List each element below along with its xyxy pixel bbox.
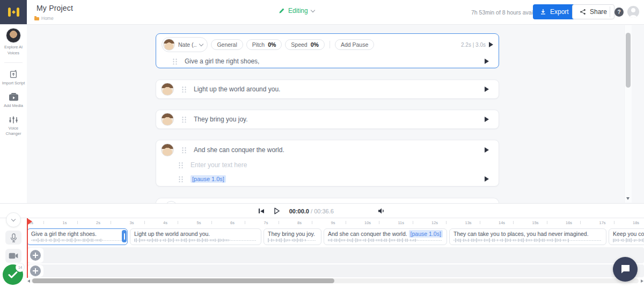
ruler-tick — [312, 221, 312, 224]
record-voice-button[interactable] — [5, 231, 21, 245]
ruler-tick — [379, 221, 379, 224]
play-block-icon[interactable] — [489, 42, 493, 47]
collapse-timeline-button[interactable] — [6, 212, 21, 227]
add-media-icon — [9, 93, 19, 102]
sidebar-item-add-media[interactable]: Add Media — [0, 93, 27, 109]
editor-scrollbar[interactable] — [624, 25, 632, 203]
script-line-pause[interactable]: [pause 1.0s] — [156, 172, 499, 186]
breadcrumb-home[interactable]: Home — [41, 16, 54, 21]
add-clip-button[interactable] — [30, 250, 41, 261]
help-button[interactable]: ? — [614, 8, 624, 17]
scroll-right-icon[interactable] — [641, 279, 643, 283]
chevron-down-icon — [11, 217, 16, 221]
pause-tag: [pause 1.0s] — [409, 230, 443, 238]
sidebar-label: Voice Changer — [1, 126, 26, 138]
drag-handle-icon[interactable] — [178, 176, 183, 182]
script-block-partial[interactable] — [156, 198, 499, 203]
text-placeholder[interactable]: Enter your text here — [191, 161, 247, 169]
account-avatar[interactable] — [627, 6, 639, 18]
ruler-tick — [413, 221, 413, 224]
chevron-down-icon — [310, 8, 314, 12]
play-line-icon[interactable] — [485, 147, 489, 153]
mode-selector[interactable]: Editing — [279, 7, 314, 15]
add-clip-button[interactable] — [30, 266, 41, 276]
script-block[interactable]: And she can conquer the world. Enter you… — [156, 140, 499, 186]
voice-avatar — [161, 113, 174, 126]
share-button[interactable]: Share — [572, 4, 614, 19]
voice-selector[interactable]: Nate (.. — [162, 37, 208, 52]
script-text[interactable]: Give a girl the right shoes, — [185, 58, 259, 65]
check-icon — [8, 271, 18, 278]
ruler-tick — [77, 221, 78, 224]
timeline-clip[interactable]: They can take you to places, you had nev… — [449, 228, 606, 245]
timeline-ruler[interactable]: 0s1s2s3s4s5s6s7s8s9s10s11s12s13s14s15s16… — [27, 218, 644, 227]
script-text[interactable]: And she can conquer the world. — [194, 146, 284, 154]
breadcrumb[interactable]: Home — [34, 16, 54, 21]
scrollbar-thumb[interactable] — [32, 278, 334, 283]
timeline-clip[interactable]: Light up the world around you. — [130, 228, 261, 245]
timeline-clip[interactable]: Keep you comp — [609, 228, 644, 245]
timeline[interactable]: 0s1s2s3s4s5s6s7s8s9s10s11s12s13s14s15s16… — [27, 218, 644, 287]
timeline-clip[interactable]: And she can conquer the world. [pause 1.… — [324, 228, 447, 245]
script-block[interactable]: Light up the world around you. — [156, 80, 499, 99]
play-line-icon[interactable] — [485, 176, 489, 182]
clip-text: They can take you to places, you had nev… — [453, 230, 602, 238]
script-line-empty[interactable]: Enter your text here — [156, 158, 499, 172]
sidebar-item-explore-ai-voices[interactable]: Explore AI Voices — [0, 28, 27, 56]
share-icon — [580, 9, 586, 15]
voice-avatar — [161, 83, 174, 96]
track-header — [27, 265, 43, 277]
script-block-selected[interactable]: Nate (.. General Pitch0% Speed0% Add Pau… — [156, 33, 499, 68]
add-pause-button[interactable]: Add Pause — [335, 39, 374, 50]
scrollbar-thumb[interactable] — [626, 33, 631, 88]
script-line[interactable]: Give a girl the right shoes, — [156, 53, 499, 69]
app-logo-icon[interactable] — [0, 0, 27, 24]
scroll-left-icon[interactable] — [27, 279, 30, 283]
scroll-down-icon[interactable] — [626, 197, 630, 200]
script-text[interactable]: They bring you joy. — [194, 116, 248, 123]
script-block[interactable]: They bring you joy. — [156, 110, 499, 129]
ruler-label: 8s — [297, 220, 302, 225]
video-camera-icon — [9, 253, 18, 259]
clip-resize-handle[interactable] — [122, 230, 127, 242]
add-video-button[interactable] — [5, 249, 21, 263]
ruler-tick — [513, 221, 514, 224]
ruler-label: 16s — [566, 220, 572, 225]
play-line-icon[interactable] — [485, 87, 489, 92]
timeline-scrollbar[interactable] — [27, 278, 644, 284]
project-title[interactable]: My Project — [36, 4, 73, 12]
pitch-button[interactable]: Pitch0% — [246, 39, 282, 50]
left-sidebar: Explore AI Voices Import Script Add Medi… — [0, 24, 27, 203]
timeline-clip[interactable]: Give a girl the right shoes. — [27, 228, 128, 245]
speed-button[interactable]: Speed0% — [285, 39, 325, 50]
drag-handle-icon[interactable] — [181, 116, 186, 123]
pencil-icon — [279, 8, 285, 14]
ruler-tick — [547, 221, 547, 224]
microphone-icon — [10, 233, 17, 242]
export-button[interactable]: Export — [533, 4, 576, 19]
play-button[interactable] — [273, 207, 281, 215]
voice-track: Give a girl the right shoes. Light up th… — [27, 228, 644, 245]
drag-handle-icon[interactable] — [172, 58, 177, 64]
folder-icon — [34, 17, 39, 20]
drag-handle-icon[interactable] — [178, 162, 183, 168]
style-button[interactable]: General — [211, 39, 243, 50]
play-line-icon[interactable] — [485, 59, 489, 64]
script-text[interactable]: Light up the world around you. — [194, 85, 280, 93]
pause-tag[interactable]: [pause 1.0s] — [191, 175, 226, 183]
play-line-icon[interactable] — [485, 117, 489, 122]
playhead[interactable] — [27, 218, 28, 278]
drag-handle-icon[interactable] — [181, 86, 186, 92]
chat-widget-button[interactable] — [613, 257, 638, 282]
volume-icon[interactable] — [378, 207, 385, 214]
autosave-check-button[interactable]: 14 — [3, 264, 23, 285]
sidebar-item-import-script[interactable]: Import Script — [0, 69, 27, 87]
waveform — [134, 238, 257, 243]
ruler-label: 6s — [230, 220, 235, 225]
timeline-clip[interactable]: They bring you joy. — [264, 228, 321, 245]
drag-handle-icon[interactable] — [181, 147, 186, 153]
voice-changer-icon — [9, 116, 18, 124]
ruler-label: 15s — [532, 220, 539, 225]
skip-to-start-button[interactable] — [259, 209, 264, 213]
sidebar-item-voice-changer[interactable]: Voice Changer — [0, 116, 27, 138]
